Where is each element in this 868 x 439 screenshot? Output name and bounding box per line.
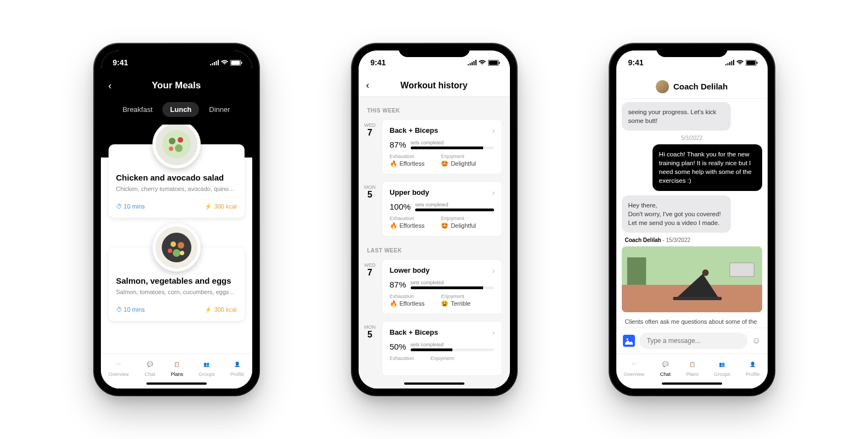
exhaustion-value: 🔥Effortless (390, 222, 425, 229)
chat-body[interactable]: seeing your progress. Let's kick some bu… (616, 99, 768, 328)
svg-point-10 (162, 233, 191, 262)
video-caption: Clients often ask me questions about som… (622, 312, 762, 328)
groups-icon: 👥 (201, 359, 212, 370)
exhaustion-value: 🔥Effortless (390, 160, 425, 167)
enjoyment-label: Enjoyment (441, 216, 476, 221)
home-indicator[interactable] (662, 382, 722, 385)
page-title: Your Meals (152, 80, 201, 91)
profile-icon: 👤 (747, 359, 758, 370)
svg-point-12 (178, 242, 184, 249)
meal-card[interactable]: Salmon, vegetables and eggs Salmon, toma… (109, 247, 245, 321)
workout-row: MON5 › Back + Biceps 50% sets completed … (359, 319, 510, 380)
back-icon[interactable]: ‹ (109, 80, 112, 92)
video-thumbnail[interactable] (622, 246, 762, 312)
enjoyment-value (430, 362, 454, 369)
tab-lunch[interactable]: Lunch (162, 102, 199, 117)
workout-card[interactable]: › Lower body 87% sets completed Exhausti… (382, 259, 502, 314)
message-out: Hi coach! Thank you for the new training… (653, 144, 762, 190)
message-in: seeing your progress. Let's kick some bu… (622, 102, 731, 131)
page-title: Workout history (400, 81, 467, 91)
workout-percent: 87% (390, 280, 406, 289)
nav-profile[interactable]: 👤Profile (230, 359, 245, 377)
status-icons (210, 60, 242, 66)
workout-percent: 87% (390, 140, 406, 149)
status-icons (725, 60, 758, 66)
image-button[interactable] (623, 335, 635, 347)
workout-date: WED7 (359, 257, 382, 319)
chevron-right-icon: › (492, 126, 495, 135)
phone-chat: 9:41 Coach Delilah seeing your progress.… (610, 44, 774, 395)
notch (141, 44, 212, 57)
meal-card[interactable]: Chicken and avocado salad Chicken, cherr… (109, 144, 245, 218)
svg-point-13 (173, 249, 180, 257)
workout-name: Back + Biceps (390, 328, 494, 336)
svg-rect-21 (757, 61, 758, 64)
plans-icon: 📋 (172, 359, 183, 370)
meal-time: ⏱ 10 mins (116, 203, 145, 210)
chat-icon: 💬 (144, 359, 155, 370)
svg-point-26 (702, 269, 708, 276)
section-header: THIS WEEK (359, 101, 510, 117)
notch (399, 44, 470, 57)
workout-date: MON5 (359, 179, 382, 241)
phone-workout-history: 9:41 ‹ Workout history THIS WEEK WED7 › … (352, 44, 517, 395)
notch (656, 44, 728, 57)
back-icon[interactable]: ‹ (366, 80, 370, 91)
svg-rect-17 (489, 60, 497, 65)
workout-card[interactable]: › Back + Biceps 87% sets completed Exhau… (382, 119, 502, 175)
status-time: 9:41 (113, 58, 128, 67)
exhaustion-label: Exhaustion (390, 154, 425, 159)
avatar[interactable] (656, 80, 669, 93)
chat-header: Coach Delilah (616, 75, 768, 99)
nav-overview[interactable]: 〰Overview (109, 359, 129, 377)
tab-dinner[interactable]: Dinner (201, 102, 237, 117)
svg-rect-25 (729, 263, 753, 277)
svg-rect-24 (627, 257, 645, 285)
nav-chat[interactable]: 💬Chat (144, 359, 155, 377)
meal-time: ⏱ 10 mins (116, 306, 145, 313)
progress-bar (411, 147, 494, 149)
meal-image (152, 125, 201, 168)
enjoyment-label: Enjoyment (441, 154, 476, 159)
video-post[interactable]: Coach Delilah - 15/3/2022 Clients often … (622, 237, 762, 328)
date-separator: 5/3/2022 (622, 135, 762, 141)
chevron-right-icon: › (492, 188, 495, 197)
nav-plans[interactable]: 📋Plans (686, 359, 699, 377)
meals-list[interactable]: Chicken and avocado salad Chicken, cherr… (101, 125, 252, 353)
meal-calories: ⚡ 300 kcal (205, 203, 236, 210)
exhaustion-value (390, 362, 415, 369)
meal-ingredients: Salmon, tomatoes, corn, cucumbers, eggs,… (116, 289, 237, 295)
emoji-icon[interactable]: ☺ (752, 336, 761, 346)
groups-icon: 👥 (717, 359, 728, 370)
workout-percent: 50% (390, 342, 406, 351)
home-indicator[interactable] (146, 382, 207, 385)
svg-point-7 (175, 144, 183, 152)
workout-card[interactable]: › Upper body 100% sets completed Exhaust… (382, 181, 502, 237)
nav-plans[interactable]: 📋Plans (171, 359, 183, 377)
plans-icon: 📋 (687, 359, 698, 370)
nav-groups[interactable]: 👥Groups (198, 359, 215, 377)
enjoyment-value: 😫Terrible (441, 300, 470, 307)
progress-bar (411, 286, 494, 289)
workout-list[interactable]: THIS WEEK WED7 › Back + Biceps 87% sets … (359, 97, 510, 389)
nav-groups[interactable]: 👥Groups (714, 359, 730, 377)
nav-overview[interactable]: 〰Overview (624, 359, 645, 377)
message-input[interactable] (639, 333, 748, 349)
nav-chat[interactable]: 💬Chat (660, 359, 671, 377)
tab-breakfast[interactable]: Breakfast (115, 102, 160, 117)
overview-icon: 〰 (628, 359, 639, 370)
svg-point-29 (626, 339, 628, 340)
workout-card[interactable]: › Back + Biceps 50% sets completed Exhau… (382, 321, 502, 376)
nav-profile[interactable]: 👤Profile (746, 359, 760, 377)
chat-title: Coach Delilah (673, 82, 728, 91)
svg-point-14 (168, 249, 172, 253)
workout-date: WED7 (359, 117, 382, 179)
meal-ingredients: Chicken, cherry tomatoes, avocado, quino… (116, 185, 237, 192)
header: ‹ Workout history (359, 75, 510, 97)
enjoyment-value: 🤩Delightful (441, 222, 476, 229)
enjoyment-label: Enjoyment (441, 294, 470, 299)
svg-point-5 (169, 138, 175, 144)
home-indicator[interactable] (404, 382, 464, 385)
svg-point-4 (162, 130, 191, 159)
chevron-right-icon: › (492, 328, 495, 337)
